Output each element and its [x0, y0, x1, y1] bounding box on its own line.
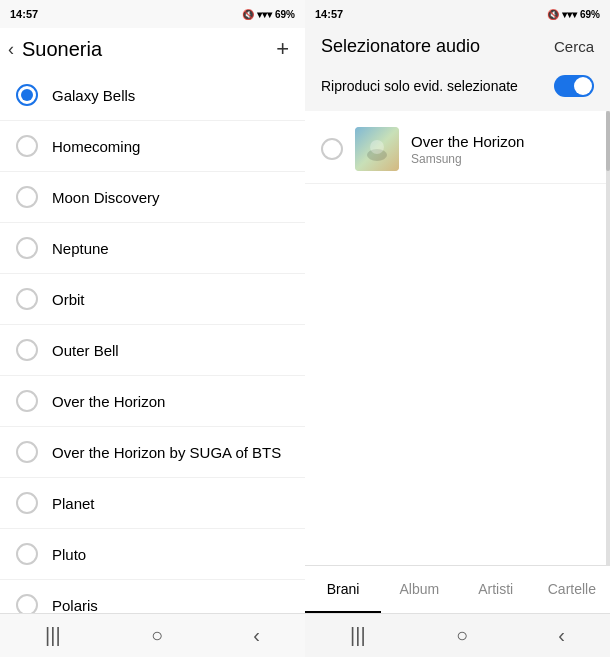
radio-selected[interactable]	[16, 84, 38, 106]
ringtone-list: Galaxy Bells Homecoming Moon Discovery N…	[0, 70, 305, 613]
audio-info: Over the Horizon Samsung	[411, 133, 590, 166]
audio-thumbnail	[355, 127, 399, 171]
radio-unselected[interactable]	[16, 543, 38, 565]
mute-icon: 🔇	[547, 9, 559, 20]
radio-unselected[interactable]	[16, 237, 38, 259]
right-status-bar: 14:57 🔇 ▾▾▾ 69%	[305, 0, 610, 28]
list-item[interactable]: Galaxy Bells	[0, 70, 305, 121]
tab-album[interactable]: Album	[381, 566, 457, 613]
radio-unselected[interactable]	[16, 441, 38, 463]
scroll-indicator	[606, 111, 610, 565]
wifi-icon: ▾▾▾	[257, 9, 272, 20]
ringtone-name: Galaxy Bells	[52, 87, 135, 104]
bottom-tabs: Brani Album Artisti Cartelle	[305, 565, 610, 613]
back-button[interactable]: ‹	[8, 39, 14, 60]
add-button[interactable]: +	[276, 36, 289, 62]
ringtone-name: Homecoming	[52, 138, 140, 155]
list-item[interactable]: Moon Discovery	[0, 172, 305, 223]
list-item[interactable]: Planet	[0, 478, 305, 529]
left-nav-bar: ||| ○ ‹	[0, 613, 305, 657]
radio-unselected[interactable]	[16, 594, 38, 613]
back-nav-icon[interactable]: ‹	[253, 624, 260, 647]
header-left-group: ‹ Suoneria	[8, 38, 102, 61]
list-item[interactable]: Homecoming	[0, 121, 305, 172]
radio-unselected[interactable]	[16, 288, 38, 310]
toggle-row: Riproduci solo evid. selezionate	[305, 65, 610, 107]
left-header: ‹ Suoneria +	[0, 28, 305, 70]
radio-unselected[interactable]	[16, 339, 38, 361]
menu-icon[interactable]: |||	[350, 624, 366, 647]
menu-icon[interactable]: |||	[45, 624, 61, 647]
home-icon[interactable]: ○	[151, 624, 163, 647]
right-header: Selezionatore audio Cerca	[305, 28, 610, 65]
tab-cartelle[interactable]: Cartelle	[534, 566, 610, 613]
back-nav-icon[interactable]: ‹	[558, 624, 565, 647]
home-icon[interactable]: ○	[456, 624, 468, 647]
battery-label: 69%	[275, 9, 295, 20]
audio-artist: Samsung	[411, 152, 590, 166]
scroll-thumb	[606, 111, 610, 171]
right-panel: 14:57 🔇 ▾▾▾ 69% Selezionatore audio Cerc…	[305, 0, 610, 657]
left-panel: 14:57 🔇 ▾▾▾ 69% ‹ Suoneria + Galaxy Bell…	[0, 0, 305, 657]
radio-unselected[interactable]	[16, 186, 38, 208]
list-item[interactable]: Outer Bell	[0, 325, 305, 376]
ringtone-name: Over the Horizon	[52, 393, 165, 410]
battery-label: 69%	[580, 9, 600, 20]
ringtone-name: Over the Horizon by SUGA of BTS	[52, 444, 281, 461]
radio-unselected[interactable]	[16, 390, 38, 412]
left-status-icons: 🔇 ▾▾▾ 69%	[242, 9, 295, 20]
ringtone-name: Moon Discovery	[52, 189, 160, 206]
list-item[interactable]: Orbit	[0, 274, 305, 325]
mute-icon: 🔇	[242, 9, 254, 20]
audio-radio[interactable]	[321, 138, 343, 160]
list-item[interactable]: Over the Horizon by SUGA of BTS	[0, 427, 305, 478]
right-nav-bar: ||| ○ ‹	[305, 613, 610, 657]
radio-unselected[interactable]	[16, 135, 38, 157]
list-item[interactable]: Polaris	[0, 580, 305, 613]
ringtone-name: Polaris	[52, 597, 98, 614]
list-item[interactable]: Neptune	[0, 223, 305, 274]
svg-point-2	[370, 140, 384, 154]
audio-list: Over the Horizon Samsung	[305, 115, 606, 565]
page-title: Suoneria	[22, 38, 102, 61]
audio-item[interactable]: Over the Horizon Samsung	[305, 115, 606, 184]
right-status-icons: 🔇 ▾▾▾ 69%	[547, 9, 600, 20]
ringtone-name: Pluto	[52, 546, 86, 563]
search-button[interactable]: Cerca	[554, 38, 594, 55]
toggle-switch[interactable]	[554, 75, 594, 97]
toggle-label: Riproduci solo evid. selezionate	[321, 78, 518, 94]
list-item[interactable]: Over the Horizon	[0, 376, 305, 427]
left-status-time: 14:57	[10, 8, 38, 20]
audio-title: Over the Horizon	[411, 133, 590, 150]
ringtone-name: Planet	[52, 495, 95, 512]
ringtone-name: Outer Bell	[52, 342, 119, 359]
right-page-title: Selezionatore audio	[321, 36, 480, 57]
tab-artisti[interactable]: Artisti	[458, 566, 534, 613]
left-status-bar: 14:57 🔇 ▾▾▾ 69%	[0, 0, 305, 28]
audio-content-wrapper: Over the Horizon Samsung	[305, 111, 610, 565]
ringtone-name: Neptune	[52, 240, 109, 257]
list-item[interactable]: Pluto	[0, 529, 305, 580]
ringtone-name: Orbit	[52, 291, 85, 308]
tab-brani[interactable]: Brani	[305, 566, 381, 613]
signal-icon: ▾▾▾	[562, 9, 577, 20]
radio-unselected[interactable]	[16, 492, 38, 514]
right-status-time: 14:57	[315, 8, 343, 20]
